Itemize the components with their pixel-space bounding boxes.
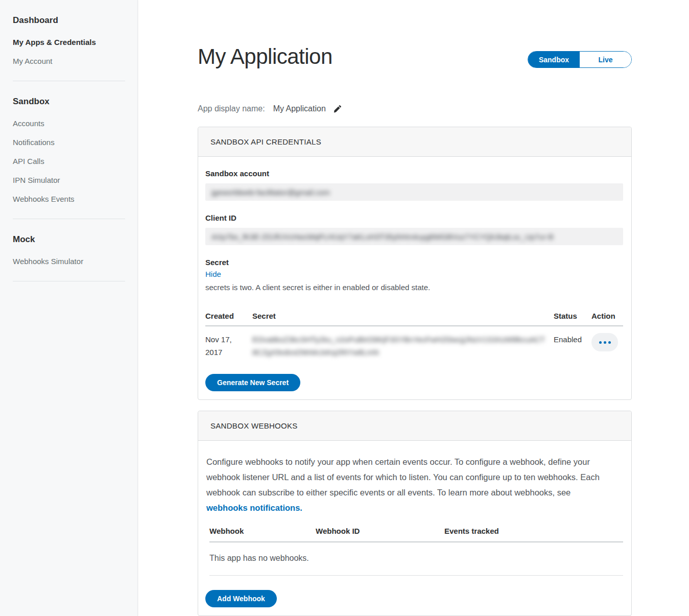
app-display-name-value: My Application [273,104,326,113]
sidebar-heading-sandbox: Sandbox [13,97,125,107]
app-display-name-row: App display name: My Application [198,104,632,113]
sidebar-divider [13,81,125,81]
page: Dashboard My Apps & Credentials My Accou… [0,0,689,616]
app-display-name-label: App display name: [198,104,265,113]
pencil-icon[interactable] [333,105,342,113]
sandbox-api-credentials-panel: SANDBOX API CREDENTIALS Sandbox account … [198,127,632,400]
hide-secret-link[interactable]: Hide [205,270,221,278]
column-header-webhook-id: Webhook ID [316,527,444,535]
add-webhook-button[interactable]: Add Webhook [205,590,277,607]
client-id-label: Client ID [205,214,623,222]
column-header-created: Created [205,312,252,320]
sandbox-account-value-redacted: jgeworldweb-facilitator@gmail.com [211,188,330,197]
sidebar-divider [13,219,125,219]
secret-created-date: Nov 17, 2017 [205,333,252,359]
environment-toggle[interactable]: Sandbox Live [528,51,632,68]
column-header-events-tracked: Events tracked [444,527,623,535]
sidebar-item-accounts[interactable]: Accounts [13,119,125,128]
secret-status: Enabled [554,333,591,346]
page-title: My Application [198,45,332,68]
secrets-table: Created Secret Status Action Nov 17, 201… [205,312,623,359]
column-header-secret: Secret [252,312,554,320]
secrets-table-header: Created Secret Status Action [205,312,623,326]
secret-label: Secret [205,258,623,267]
secret-value-redacted: EOvattkoZ3kcSHTy2ku_n2oPuBtrO9KjF3SYBnYe… [252,333,554,359]
ellipsis-icon [599,341,611,344]
title-row: My Application Sandbox Live [198,45,632,68]
column-header-status: Status [554,312,591,320]
secret-actions-button[interactable] [591,333,618,351]
column-header-action: Action [591,312,623,320]
sidebar-heading-mock: Mock [13,234,125,245]
sidebar-item-webhooks-events[interactable]: Webhooks Events [13,195,125,203]
sidebar-item-api-calls[interactable]: API Calls [13,157,125,165]
sidebar-heading-dashboard: Dashboard [13,15,125,26]
sandbox-webhooks-panel: SANDBOX WEBHOOKS Configure webhooks to n… [198,411,632,616]
client-id-field[interactable]: AXp7bx_fK3E-ZOJfUVcHwcMqPLHUqY7aKLxH3T35… [205,228,623,245]
sidebar-divider [13,281,125,281]
sandbox-account-label: Sandbox account [205,169,623,178]
webhooks-table: Webhook Webhook ID Events tracked This a… [205,527,623,576]
secret-table-row: Nov 17, 2017 EOvattkoZ3kcSHTy2ku_n2oPuBt… [205,326,623,359]
sandbox-account-field[interactable]: jgeworldweb-facilitator@gmail.com [205,183,623,201]
generate-new-secret-button[interactable]: Generate New Secret [205,374,300,391]
sidebar-item-my-apps-credentials[interactable]: My Apps & Credentials [13,38,125,46]
sidebar-item-ipn-simulator[interactable]: IPN Simulator [13,176,125,184]
client-id-value-redacted: AXp7bx_fK3E-ZOJfUVcHwcMqPLHUqY7aKLxH3T35… [211,232,554,241]
sidebar-item-webhooks-simulator[interactable]: Webhooks Simulator [13,257,125,266]
webhooks-notifications-link[interactable]: webhooks notifications. [206,503,302,512]
sidebar-item-my-account[interactable]: My Account [13,57,125,65]
credentials-panel-title: SANDBOX API CREDENTIALS [198,127,631,157]
column-header-webhook: Webhook [209,527,316,535]
sidebar-item-notifications[interactable]: Notifications [13,138,125,147]
main-content: My Application Sandbox Live App display … [138,0,689,616]
webhooks-panel-title: SANDBOX WEBHOOKS [198,411,631,441]
webhooks-table-header: Webhook Webhook ID Events tracked [209,527,623,542]
webhooks-empty-message: This app has no webhooks. [209,542,623,576]
live-toggle-button[interactable]: Live [580,52,631,67]
sandbox-toggle-button[interactable]: Sandbox [528,52,580,67]
webhooks-description: Configure webhooks to notify your app wh… [205,453,623,515]
sidebar: Dashboard My Apps & Credentials My Accou… [0,0,138,616]
secret-note-text: secrets is two. A client secret is eithe… [205,282,623,293]
